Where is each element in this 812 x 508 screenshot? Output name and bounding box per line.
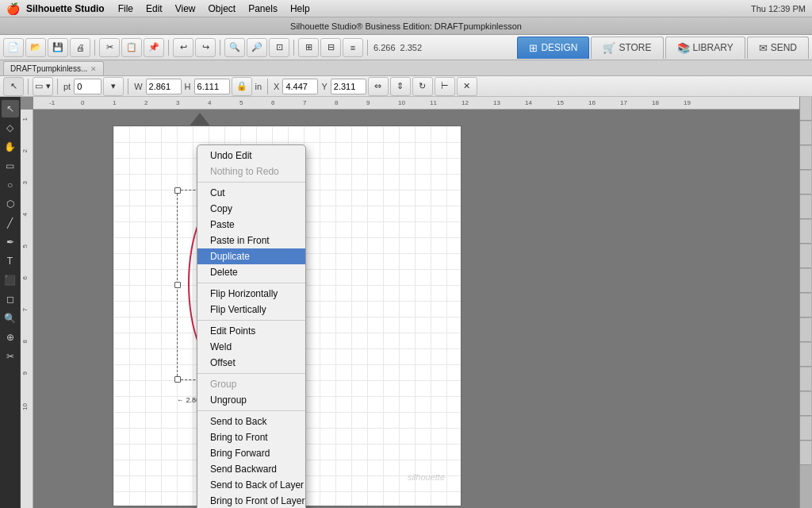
rs-btn-7[interactable]	[800, 244, 811, 268]
rs-btn-1[interactable]	[800, 97, 811, 121]
rs-btn-6[interactable]	[800, 220, 811, 244]
redo-button[interactable]: ↪	[195, 38, 216, 57]
knife-tool[interactable]: ✂	[2, 348, 19, 365]
ctx-group: Group	[197, 376, 305, 392]
copy-button[interactable]: 📋	[121, 38, 142, 57]
ctx-duplicate[interactable]: Duplicate	[197, 248, 305, 264]
rs-btn-8[interactable]	[800, 269, 811, 293]
rs-btn-15[interactable]	[800, 441, 811, 465]
open-button[interactable]: 📂	[25, 38, 46, 57]
ctx-send-back-of-layer[interactable]: Send to Back of Layer	[197, 477, 305, 493]
tab-design[interactable]: ⊞ DESIGN	[517, 37, 589, 59]
ctx-flip-horizontally[interactable]: Flip Horizontally	[197, 286, 305, 302]
fit-button[interactable]: ⊡	[269, 38, 289, 57]
ctx-undo-edit[interactable]: Undo Edit	[197, 148, 305, 164]
ctx-send-backward[interactable]: Send Backward	[197, 461, 305, 477]
x-input[interactable]	[282, 79, 318, 94]
tab-library[interactable]: 📚 LIBRARY	[665, 37, 745, 59]
ctx-bring-to-front[interactable]: Bring to Front	[197, 429, 305, 445]
rectangle-tool[interactable]: ▭	[2, 157, 19, 175]
zoom-out-button[interactable]: 🔎	[247, 38, 267, 57]
polygon-tool[interactable]: ⬡	[2, 195, 19, 213]
tab-store[interactable]: 🛒 STORE	[591, 37, 663, 59]
menu-object[interactable]: Object	[203, 2, 242, 15]
rotate-btn[interactable]: ↻	[412, 77, 433, 96]
shape-dropdown[interactable]: ▭ ▾	[33, 77, 53, 96]
menu-panels[interactable]: Panels	[243, 2, 283, 15]
canvas-area[interactable]: -1 0 1 2 3 4 5 6 7 8 9 10 11 12 13 14 15…	[21, 97, 799, 508]
crop-tool[interactable]: ⊕	[2, 329, 19, 346]
flip-v-btn[interactable]: ⇕	[390, 77, 411, 96]
print-button[interactable]: 🖨	[70, 38, 90, 57]
rs-btn-13[interactable]	[800, 392, 811, 416]
menu-right: Thu 12:39 PM	[751, 4, 806, 13]
ctx-send-to-back[interactable]: Send to Back	[197, 414, 305, 429]
handle-tl[interactable]	[174, 187, 181, 194]
ctx-edit-points[interactable]: Edit Points	[197, 323, 305, 339]
document-tab[interactable]: DRAFTpumpkinless... ✕	[3, 61, 104, 75]
ungroup-button[interactable]: ⊟	[320, 38, 341, 57]
menu-edit[interactable]: Edit	[140, 2, 168, 15]
tab-send[interactable]: ✉ SEND	[747, 37, 809, 59]
apple-menu[interactable]: 🍎	[6, 2, 20, 15]
align-button[interactable]: ≡	[343, 38, 363, 57]
ctx-paste-in-front[interactable]: Paste in Front	[197, 233, 305, 248]
handle-bl[interactable]	[174, 376, 181, 383]
rs-btn-2[interactable]	[800, 121, 811, 145]
ellipse-tool[interactable]: ○	[2, 176, 19, 194]
ctx-paste[interactable]: Paste	[197, 217, 305, 233]
h-input[interactable]	[194, 79, 230, 94]
rs-btn-12[interactable]	[800, 368, 811, 391]
line-tool[interactable]: ╱	[2, 214, 19, 232]
flip-h-btn[interactable]: ⇔	[368, 77, 389, 96]
rs-btn-10[interactable]	[800, 318, 811, 342]
ctx-cut[interactable]: Cut	[197, 185, 305, 201]
pt-dropdown[interactable]: ▾	[103, 77, 124, 96]
pan-tool[interactable]: ✋	[2, 138, 19, 156]
save-button[interactable]: 💾	[48, 38, 68, 57]
fill-tool[interactable]: ⬛	[2, 271, 19, 289]
select-tool[interactable]: ↖	[2, 100, 19, 117]
rs-btn-9[interactable]	[800, 294, 811, 318]
rs-btn-11[interactable]	[800, 343, 811, 367]
rs-btn-5[interactable]	[800, 195, 811, 219]
menu-file[interactable]: File	[113, 2, 139, 15]
menu-help[interactable]: Help	[285, 2, 316, 15]
ctx-bring-forward[interactable]: Bring Forward	[197, 445, 305, 461]
document-tab-label: DRAFTpumpkinless...	[10, 64, 87, 73]
ctx-offset[interactable]: Offset	[197, 355, 305, 371]
rs-btn-3[interactable]	[800, 146, 811, 170]
ctx-bring-front-of-layer[interactable]: Bring to Front of Layer	[197, 493, 305, 508]
ctx-weld[interactable]: Weld	[197, 339, 305, 355]
group-button[interactable]: ⊞	[298, 38, 319, 57]
ctx-flip-vertically[interactable]: Flip Vertically	[197, 302, 305, 318]
paste-button[interactable]: 📌	[144, 38, 164, 57]
close-shape-btn[interactable]: ✕	[457, 77, 477, 96]
store-icon: 🛒	[603, 42, 615, 54]
handle-ml[interactable]	[174, 282, 181, 288]
lock-ratio-btn[interactable]: 🔒	[232, 77, 252, 96]
align-left-btn[interactable]: ⊢	[435, 77, 455, 96]
w-input[interactable]	[146, 79, 182, 94]
rs-btn-14[interactable]	[800, 417, 811, 441]
node-tool[interactable]: ◇	[2, 119, 19, 137]
tab-close-icon[interactable]: ✕	[90, 65, 97, 73]
pointer-tool[interactable]: ↖	[3, 77, 24, 96]
pen-tool[interactable]: ✒	[2, 233, 19, 251]
undo-button[interactable]: ↩	[173, 38, 193, 57]
ctx-ungroup[interactable]: Ungroup	[197, 392, 305, 408]
zoom-tool[interactable]: 🔍	[2, 310, 19, 327]
ctx-copy[interactable]: Copy	[197, 201, 305, 217]
text-tool[interactable]: T	[2, 252, 19, 270]
y-input[interactable]	[331, 79, 366, 94]
pt-input[interactable]	[74, 79, 102, 94]
cut-button[interactable]: ✂	[99, 38, 120, 57]
eraser-tool[interactable]: ◻	[2, 291, 19, 308]
y-label: Y	[320, 82, 328, 91]
menu-view[interactable]: View	[170, 2, 201, 15]
new-button[interactable]: 📄	[3, 38, 24, 57]
zoom-in-button[interactable]: 🔍	[224, 38, 245, 57]
rs-btn-4[interactable]	[800, 171, 811, 194]
canvas-content[interactable]: ← 2.861 in silhouette	[33, 110, 799, 508]
ctx-delete[interactable]: Delete	[197, 264, 305, 280]
